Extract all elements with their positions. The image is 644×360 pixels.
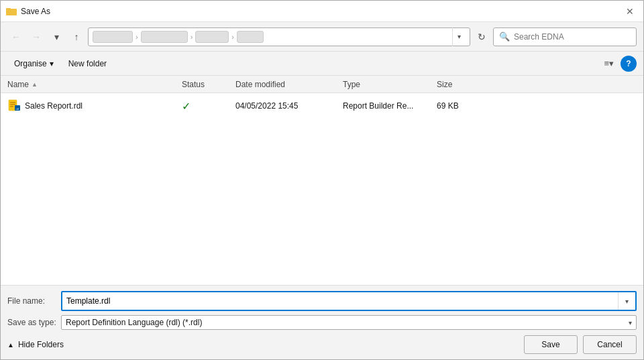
file-list: rdl Sales Report.rdl ✓ 04/05/2022 15:45 … — [1, 93, 643, 285]
save-button[interactable]: Save — [524, 335, 578, 354]
address-pill-2 — [141, 31, 188, 43]
svg-rect-1 — [6, 8, 11, 10]
dialog-title: Save As — [21, 7, 50, 16]
dropdown-button[interactable]: ▾ — [48, 28, 65, 46]
refresh-button[interactable]: ↻ — [473, 28, 490, 46]
address-pill-4 — [237, 31, 264, 43]
filetype-row: Save as type: Report Definition Language… — [7, 315, 637, 330]
close-button[interactable]: ✕ — [622, 3, 638, 19]
table-row[interactable]: rdl Sales Report.rdl ✓ 04/05/2022 15:45 … — [1, 96, 643, 116]
new-folder-button[interactable]: New folder — [62, 54, 113, 73]
col-header-status[interactable]: Status — [182, 80, 235, 89]
svg-rect-4 — [10, 104, 15, 105]
filename-label: File name: — [7, 296, 61, 306]
col-header-type[interactable]: Type — [343, 80, 437, 89]
col-header-size[interactable]: Size — [437, 80, 490, 89]
address-bar[interactable]: › › › ▾ — [88, 27, 470, 46]
footer: File name: ▾ Save as type: Report Defini… — [1, 285, 643, 359]
up-button[interactable]: ↑ — [68, 28, 85, 46]
column-headers: Name ▲ Status Date modified Type Size — [1, 76, 643, 93]
filename-row: File name: ▾ — [7, 291, 637, 311]
col-date-label: Date modified — [235, 80, 285, 89]
navigation-toolbar: ← → ▾ ↑ › › › ▾ ↻ 🔍 — [1, 22, 643, 52]
filename-input-wrapper: ▾ — [61, 291, 637, 311]
saveastype-label: Save as type: — [7, 318, 61, 327]
address-pill-3 — [195, 31, 229, 43]
view-icon: ≡ — [604, 58, 609, 68]
col-status-label: Status — [182, 80, 205, 89]
address-sep-2: › — [191, 33, 193, 41]
organise-label: Organise — [14, 59, 47, 68]
hide-folders-label: Hide Folders — [18, 340, 64, 349]
help-button[interactable]: ? — [621, 56, 637, 72]
action-buttons: Save Cancel — [524, 335, 637, 354]
new-folder-label: New folder — [68, 59, 107, 68]
save-as-dialog: Save As ✕ ← → ▾ ↑ › › › ▾ ↻ 🔍 — [0, 0, 644, 360]
col-size-label: Size — [437, 80, 452, 89]
rdl-file-icon: rdl — [7, 99, 21, 113]
col-header-name[interactable]: Name ▲ — [7, 80, 182, 89]
svg-text:rdl: rdl — [16, 107, 19, 111]
col-header-date[interactable]: Date modified — [235, 80, 343, 89]
actions-bar: Organise ▾ New folder ≡ ▾ ? — [1, 52, 643, 76]
search-input[interactable] — [514, 32, 621, 42]
address-dropdown-button[interactable]: ▾ — [452, 27, 466, 46]
title-bar-left: Save As — [6, 6, 50, 17]
address-sep-1: › — [136, 33, 138, 41]
organise-button[interactable]: Organise ▾ — [7, 54, 60, 73]
svg-rect-5 — [10, 106, 13, 107]
file-size: 69 KB — [437, 101, 490, 111]
file-type: Report Builder Re... — [343, 101, 437, 111]
cancel-button[interactable]: Cancel — [583, 335, 637, 354]
file-date: 04/05/2022 15:45 — [235, 101, 343, 111]
search-icon: 🔍 — [499, 32, 510, 42]
address-content: › › › — [93, 31, 449, 43]
title-bar: Save As ✕ — [1, 1, 643, 22]
filename-input[interactable] — [62, 294, 618, 308]
view-button[interactable]: ≡ ▾ — [598, 54, 619, 73]
file-name: Sales Report.rdl — [25, 101, 182, 111]
col-name-label: Name — [7, 80, 29, 89]
search-box: 🔍 — [493, 27, 637, 46]
sort-arrow-icon: ▲ — [32, 81, 38, 88]
forward-button[interactable]: → — [28, 28, 45, 46]
svg-rect-3 — [10, 102, 15, 103]
saveastype-value: Report Definition Language (rdl) (*.rdl) — [66, 318, 202, 327]
saveastype-select[interactable]: Report Definition Language (rdl) (*.rdl)… — [61, 315, 637, 330]
col-type-label: Type — [343, 80, 360, 89]
filename-dropdown-button[interactable]: ▾ — [618, 292, 635, 310]
address-pill-1 — [93, 31, 133, 43]
address-sep-3: › — [231, 33, 234, 41]
action-row: ▲ Hide Folders Save Cancel — [7, 335, 637, 354]
saveastype-chevron-icon: ▾ — [629, 319, 632, 326]
folder-icon — [6, 6, 17, 17]
view-chevron-icon: ▾ — [609, 58, 614, 68]
hide-folders-chevron-icon: ▲ — [7, 341, 14, 349]
file-status: ✓ — [182, 100, 235, 113]
organise-chevron-icon: ▾ — [50, 59, 54, 68]
status-check-icon: ✓ — [182, 101, 191, 112]
back-button[interactable]: ← — [7, 28, 25, 46]
hide-folders-button[interactable]: ▲ Hide Folders — [7, 340, 64, 349]
